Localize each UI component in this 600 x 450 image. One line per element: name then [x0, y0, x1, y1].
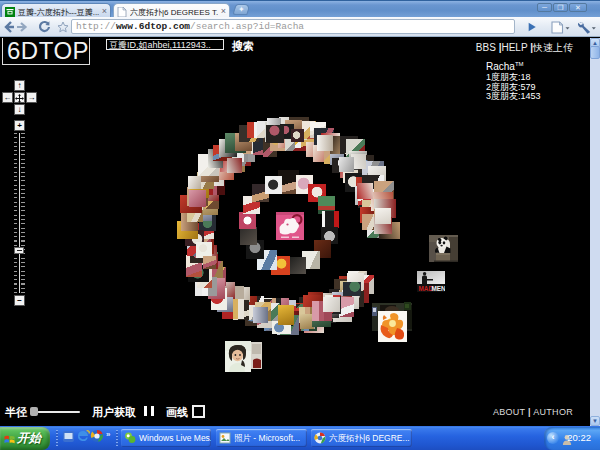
svg-text:MEN: MEN: [432, 285, 446, 292]
